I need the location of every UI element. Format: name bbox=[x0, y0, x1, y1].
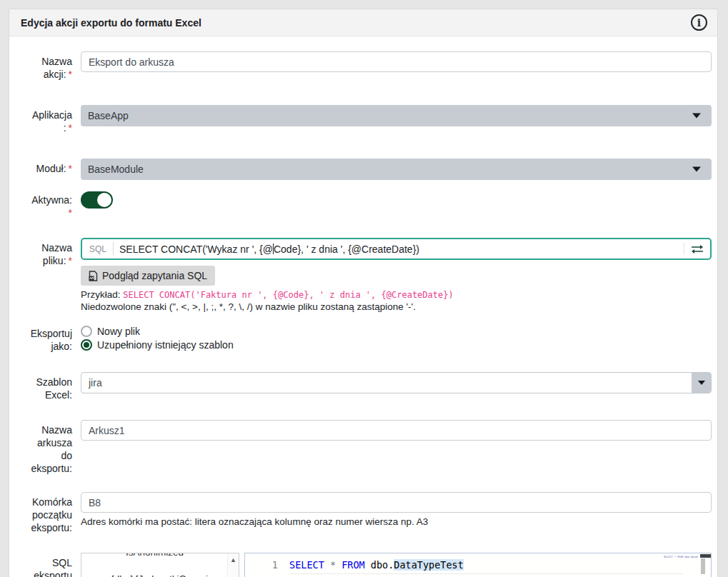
tree-item-clipped[interactable]: IsAnonimized bbox=[126, 553, 239, 558]
database-object-tree[interactable]: IsAnonimized ▶ [dbo].[JednostkiOrganizac… bbox=[81, 553, 239, 577]
combobox-dropdown-button[interactable] bbox=[692, 373, 711, 393]
invalid-chars-hint: Niedozwolone znaki (", <, >, |, ;, *, ?,… bbox=[81, 301, 712, 313]
excel-template-value: jira bbox=[81, 377, 692, 388]
application-label: Aplikacja :* bbox=[18, 105, 72, 134]
application-select[interactable]: BaseApp bbox=[81, 105, 712, 126]
panel-header: Edycja akcji exportu do formatu Excel i bbox=[9, 9, 717, 36]
swap-horizontal-icon bbox=[691, 244, 704, 254]
excel-template-combobox[interactable]: jira bbox=[81, 372, 712, 393]
edit-export-action-panel: Edycja akcji exportu do formatu Excel i … bbox=[9, 9, 718, 577]
export-action-form: Nazwa akcji:* Aplikacja :* BaseApp Moduł… bbox=[9, 36, 717, 577]
active-label: Aktywna: * bbox=[18, 190, 72, 219]
example-sql-code: SELECT CONCAT('Faktura nr ', {@Code}, ' … bbox=[123, 290, 453, 300]
action-name-label: Nazwa akcji:* bbox=[18, 51, 72, 81]
required-asterisk: * bbox=[69, 207, 72, 219]
required-asterisk: * bbox=[69, 255, 72, 266]
chevron-down-icon bbox=[692, 114, 701, 119]
radio-checked-icon bbox=[81, 339, 92, 351]
file-name-label: Nazwa pliku:* bbox=[18, 238, 72, 313]
line-number: 1 bbox=[245, 559, 289, 571]
sheet-name-label: Nazwa arkusza do eksportu: bbox=[18, 420, 72, 475]
info-icon[interactable]: i bbox=[691, 14, 707, 31]
chevron-down-icon bbox=[692, 167, 701, 172]
chevron-down-icon bbox=[698, 381, 705, 385]
overview-ruler-marker bbox=[700, 554, 711, 558]
application-select-value: BaseApp bbox=[88, 110, 129, 121]
field-active: Aktywna: * bbox=[18, 190, 712, 219]
export-as-radio-group: Nowy plik Uzupełniony istniejący szablon bbox=[81, 323, 712, 353]
field-module: Moduł:* BaseModule bbox=[18, 159, 712, 180]
swap-mode-button[interactable] bbox=[684, 244, 710, 254]
field-application: Aplikacja :* BaseApp bbox=[18, 105, 712, 134]
module-select[interactable]: BaseModule bbox=[81, 159, 712, 180]
required-asterisk: * bbox=[69, 122, 72, 134]
active-toggle[interactable] bbox=[81, 191, 113, 209]
field-export-as: Eksportuj jako: Nowy plik Uzupełniony is… bbox=[18, 323, 712, 353]
scrollbar-thumb[interactable] bbox=[701, 558, 705, 574]
editor-scrollbar[interactable] bbox=[700, 553, 711, 577]
required-asterisk: * bbox=[69, 163, 72, 174]
module-select-value: BaseModule bbox=[88, 164, 144, 175]
page-title: Edycja akcji exportu do formatu Excel bbox=[21, 17, 201, 29]
sql-code-editor[interactable]: 1 SELECT * FROM dbo.DataTypeTest SELECT … bbox=[244, 553, 712, 577]
file-sql-icon bbox=[89, 271, 98, 281]
editor-minimap[interactable]: SELECT * FROM dbo.DataTypeTest bbox=[664, 556, 698, 577]
field-action-name: Nazwa akcji:* bbox=[18, 51, 712, 81]
tree-item[interactable]: ▶ [dbo].[JednostkiOrganizacyj bbox=[100, 573, 239, 577]
radio-option-existing-template[interactable]: Uzupełniony istniejący szablon bbox=[81, 339, 712, 351]
module-label: Moduł:* bbox=[18, 159, 72, 180]
field-start-cell: Komórka początku eksportu: Adres komórki… bbox=[18, 492, 712, 534]
field-sheet-name: Nazwa arkusza do eksportu: bbox=[18, 420, 712, 475]
sheet-name-input[interactable] bbox=[81, 420, 712, 441]
current-line-border bbox=[289, 573, 682, 574]
file-name-sql-input[interactable]: SQL SELECT CONCAT('Wykaz nr ', {@Code}, … bbox=[81, 238, 712, 260]
required-asterisk: * bbox=[69, 69, 72, 80]
sql-prefix-label: SQL bbox=[82, 244, 113, 254]
scroll-up-icon[interactable]: ▲ bbox=[228, 553, 239, 566]
tree-scrollbar[interactable]: ▲ bbox=[227, 553, 239, 577]
action-name-input[interactable] bbox=[81, 51, 712, 72]
field-file-name: Nazwa pliku:* SQL SELECT CONCAT('Wykaz n… bbox=[18, 238, 712, 313]
radio-icon bbox=[81, 326, 92, 337]
export-as-label: Eksportuj jako: bbox=[18, 323, 72, 353]
radio-option-new-file[interactable]: Nowy plik bbox=[81, 326, 712, 337]
start-cell-input[interactable] bbox=[81, 492, 712, 513]
start-cell-label: Komórka początku eksportu: bbox=[18, 492, 72, 534]
excel-template-label: Szablon Excel: bbox=[18, 372, 72, 401]
cell-format-hint: Adres komórki ma postać: litera oznaczaj… bbox=[81, 516, 712, 527]
file-name-value: SELECT CONCAT('Wykaz nr ', {@Code}, ' z … bbox=[114, 244, 684, 255]
field-export-sql: SQL eksportu IsAnonimized ▶ [dbo].[Jedno… bbox=[18, 553, 712, 577]
preview-sql-button[interactable]: Podgląd zapytania SQL bbox=[81, 266, 215, 286]
export-sql-label: SQL eksportu bbox=[18, 553, 72, 577]
toggle-knob-icon bbox=[97, 193, 111, 207]
example-hint: Przykład: SELECT CONCAT('Faktura nr ', {… bbox=[81, 289, 712, 301]
field-excel-template: Szablon Excel: jira bbox=[18, 372, 712, 401]
sql-code-line[interactable]: SELECT * FROM dbo.DataTypeTest bbox=[289, 559, 464, 571]
